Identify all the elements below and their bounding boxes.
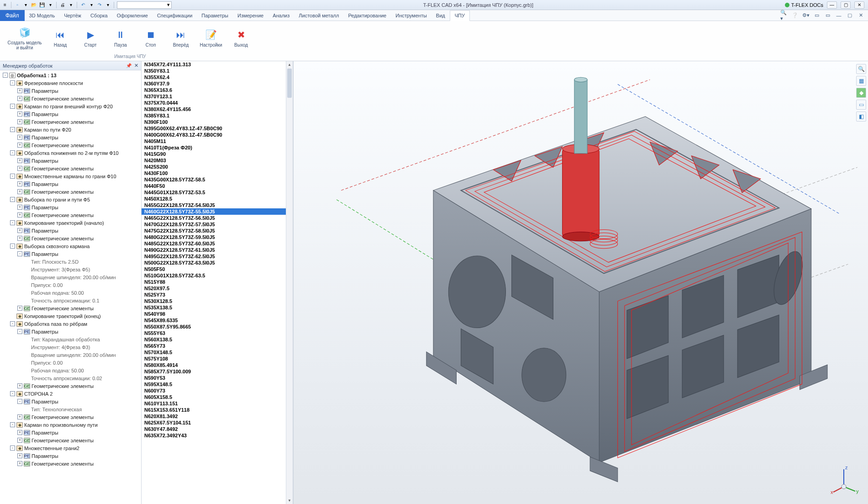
tree-node[interactable]: +PEПараметры: [0, 203, 141, 211]
doc-min-icon[interactable]: —: [835, 12, 842, 19]
gcode-line[interactable]: N600Y73: [142, 387, 293, 394]
panel-icon[interactable]: ▭: [813, 12, 821, 19]
tree-node[interactable]: +PEПараметры: [0, 452, 141, 460]
gcode-line[interactable]: N590Y53: [142, 375, 293, 381]
gcode-line[interactable]: N635X72.3492Y43: [142, 432, 293, 439]
tree-node[interactable]: +PEПараметры: [0, 429, 141, 436]
tree-node[interactable]: -◆Карман по произвольному пути: [0, 421, 141, 429]
tree-node[interactable]: +GEГеометрические элементы: [0, 382, 141, 390]
collapse-icon[interactable]: -: [10, 174, 15, 179]
expand-icon[interactable]: +: [17, 143, 22, 148]
gcode-line[interactable]: N400G00X62.4Y83.1Z-47.5B0C90: [142, 132, 293, 138]
tree-node[interactable]: +GEГеометрические элементы: [0, 141, 141, 149]
collapse-icon[interactable]: -: [17, 251, 22, 256]
gcode-line[interactable]: N555Y63: [142, 330, 293, 336]
collapse-icon[interactable]: -: [3, 73, 8, 78]
tree-node[interactable]: Вращение шпинделя: 200.00 об/мин: [0, 351, 141, 359]
expand-icon[interactable]: +: [17, 88, 22, 93]
doc-restore-icon[interactable]: ▢: [846, 12, 853, 19]
gcode-line[interactable]: N365X163.6: [142, 87, 293, 93]
gcode-line[interactable]: N525Y73: [142, 292, 293, 298]
gcode-line[interactable]: N515Y88: [142, 279, 293, 285]
gcode-line[interactable]: N370Y123.1: [142, 93, 293, 100]
expand-icon[interactable]: +: [17, 430, 22, 435]
gcode-line[interactable]: N500G22X128.5Y73Z-63.5I0J5: [142, 260, 293, 266]
tree-node[interactable]: +GEГеометрические элементы: [0, 188, 141, 196]
ribbon-tab[interactable]: Листовой металл: [294, 10, 343, 21]
gcode-line[interactable]: N465G22X128.5Y73Z-56.5I0J5: [142, 215, 293, 221]
tree-node[interactable]: -◆Множественные грани2: [0, 444, 141, 452]
tree-node[interactable]: Припуск: 0.00: [0, 359, 141, 366]
tree-node[interactable]: +GEГеометрические элементы: [0, 211, 141, 219]
zoom-icon[interactable]: 🔍: [856, 64, 866, 74]
tree-node[interactable]: +PEПараметры: [0, 227, 141, 234]
ribbon-tab[interactable]: Анализ: [268, 10, 294, 21]
expand-icon[interactable]: +: [17, 181, 22, 186]
ribbon-tab[interactable]: Оформление: [112, 10, 153, 21]
gcode-line[interactable]: N345X72.4Y111.313: [142, 61, 293, 68]
tree-node[interactable]: Инструмент: 4(Фреза Ф3): [0, 343, 141, 351]
expand-icon[interactable]: +: [17, 306, 22, 311]
gcode-line[interactable]: N395G00X62.4Y83.1Z-47.5B0C90: [142, 125, 293, 132]
expand-icon[interactable]: +: [17, 438, 22, 443]
expand-icon[interactable]: +: [17, 96, 22, 101]
new-icon[interactable]: ▫: [14, 2, 21, 8]
collapse-icon[interactable]: -: [10, 150, 15, 155]
back-button[interactable]: ⏮ Назад: [47, 28, 73, 48]
gcode-line[interactable]: N355X62.4: [142, 74, 293, 80]
tree-node[interactable]: -◆Множественные карманы по грани Ф10: [0, 172, 141, 180]
panel-close-icon[interactable]: ✕: [134, 63, 138, 69]
view-triad[interactable]: z x y: [828, 464, 860, 496]
collapse-icon[interactable]: -: [10, 446, 15, 451]
cascade-icon[interactable]: ▭: [824, 12, 831, 19]
gcode-line[interactable]: N560X138.5: [142, 336, 293, 343]
ribbon-tab[interactable]: Сборка: [86, 10, 112, 21]
ribbon-tab[interactable]: ЧПУ: [450, 10, 470, 21]
tree-node[interactable]: Рабочая подача: 50.00: [0, 366, 141, 374]
ribbon-tab[interactable]: Параметры: [197, 10, 233, 21]
gcode-line[interactable]: N510G01X128.5Y73Z-63.5: [142, 272, 293, 279]
gcode-line[interactable]: N415G90: [142, 151, 293, 157]
tree-node[interactable]: Припуск: 0.00: [0, 281, 141, 289]
expand-icon[interactable]: +: [17, 212, 22, 218]
tree-node[interactable]: -◆Копирование траекторий (начало): [0, 219, 141, 227]
expand-icon[interactable]: +: [17, 383, 22, 388]
tree-node[interactable]: ◆Копирование траекторий (конец): [0, 312, 141, 320]
gcode-line[interactable]: N490G22X128.5Y73Z-61.5I0J5: [142, 247, 293, 253]
tree-node[interactable]: Тип: Технологическая: [0, 405, 141, 413]
stop-button[interactable]: ⏹ Стоп: [138, 28, 163, 48]
tree-node[interactable]: +GEГеометрические элементы: [0, 304, 141, 312]
gcode-line[interactable]: N610Y113.151: [142, 400, 293, 407]
tree-node[interactable]: Вращение шпинделя: 200.00 об/мин: [0, 273, 141, 281]
gcode-line[interactable]: N455G22X128.5Y73Z-54.5I0J5: [142, 202, 293, 208]
expand-icon[interactable]: +: [17, 205, 22, 210]
undo-drop-icon[interactable]: ▾: [88, 2, 95, 8]
pause-button[interactable]: ⏸ Пауза: [108, 28, 133, 48]
pin-icon[interactable]: 📌: [126, 63, 132, 68]
tree-node[interactable]: +PEПараметры: [0, 157, 141, 164]
forward-button[interactable]: ⏭ Вперёд: [168, 28, 194, 48]
collapse-icon[interactable]: -: [10, 321, 15, 326]
gcode-line[interactable]: N535X138.5: [142, 304, 293, 311]
tree-node[interactable]: +GEГеометрические элементы: [0, 436, 141, 444]
close-button[interactable]: ✕: [854, 1, 864, 9]
tree-node[interactable]: -◎Обработка1 : 13: [0, 71, 141, 79]
gcode-line[interactable]: N595X148.5: [142, 381, 293, 387]
viewport-3d[interactable]: 🔍 ▦ ◆ ▭ ◧: [293, 61, 868, 504]
tree-node[interactable]: Инструмент: 3(Фреза Ф5): [0, 265, 141, 273]
gcode-line[interactable]: N445G01X128.5Y73Z-53.5: [142, 189, 293, 196]
collapse-icon[interactable]: -: [10, 391, 15, 396]
redo-icon[interactable]: ↷: [96, 2, 103, 8]
tree-node[interactable]: +PEПараметры: [0, 133, 141, 141]
ribbon-tab[interactable]: Чертёж: [59, 10, 86, 21]
collapse-icon[interactable]: -: [10, 244, 15, 249]
gcode-line[interactable]: N435G00X128.5Y73Z-58.5: [142, 176, 293, 183]
collapse-icon[interactable]: -: [10, 104, 15, 109]
tree-node[interactable]: -◆Обработка паза по рёбрам: [0, 320, 141, 328]
expand-icon[interactable]: +: [17, 111, 22, 117]
gcode-line[interactable]: N575Y108: [142, 355, 293, 362]
gcode-line[interactable]: N380X62.4Y115.456: [142, 106, 293, 112]
exit-button[interactable]: ✖ Выход: [228, 28, 254, 48]
gcode-line[interactable]: N570X148.5: [142, 349, 293, 355]
tree-node[interactable]: -◆Обработка понижения по 2-м путям Ф10: [0, 149, 141, 157]
